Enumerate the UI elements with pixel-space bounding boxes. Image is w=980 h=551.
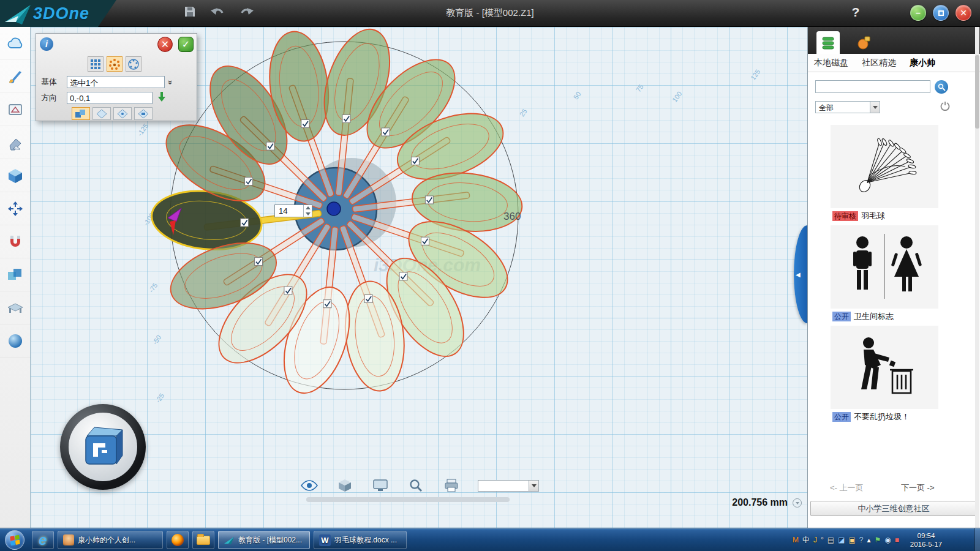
- panel-scrollbar[interactable]: [975, 27, 979, 528]
- refresh-button[interactable]: [940, 101, 951, 112]
- taskbar-ie-button[interactable]: e: [32, 531, 54, 549]
- combobox-arrow-icon[interactable]: [529, 481, 538, 491]
- print-button[interactable]: [442, 478, 461, 493]
- undo-button[interactable]: [209, 5, 225, 21]
- taskbar-browser-task[interactable]: 康小帅的个人创...: [58, 531, 163, 549]
- next-page-link[interactable]: 下一页 ->: [901, 482, 935, 493]
- taskbar-clock[interactable]: 09:54 2016-5-17: [904, 531, 948, 549]
- pattern-instance-checkbox[interactable]: [421, 237, 429, 245]
- expand-chevron[interactable]: »: [166, 80, 175, 84]
- view-preset-combobox[interactable]: [478, 480, 539, 492]
- pattern-instance-checkbox[interactable]: [382, 128, 390, 136]
- pattern-count-input[interactable]: 14: [274, 204, 312, 217]
- spinner-arrows[interactable]: [303, 205, 312, 217]
- pattern-instance-checkbox[interactable]: [241, 219, 249, 227]
- item-name[interactable]: 卫生间标志: [854, 311, 894, 322]
- pattern-instance-checkbox[interactable]: [425, 196, 433, 204]
- visibility-button[interactable]: [300, 478, 318, 493]
- magnet-tool[interactable]: [0, 225, 31, 258]
- filter-arrow-icon[interactable]: [870, 102, 880, 113]
- tray-icon[interactable]: °: [821, 536, 824, 544]
- taskbar-explorer-button[interactable]: [192, 531, 214, 549]
- cancel-button[interactable]: ✕: [157, 37, 173, 52]
- horizontal-scrollbar[interactable]: [306, 497, 510, 502]
- sketch-plane-tool[interactable]: [0, 93, 31, 126]
- move-tool[interactable]: [0, 192, 31, 225]
- minimize-button[interactable]: –: [910, 5, 926, 21]
- tab-local-disk[interactable]: 本地磁盘: [814, 58, 848, 69]
- cloud-display-tool[interactable]: [0, 27, 31, 60]
- scale-dropdown-icon[interactable]: [793, 498, 802, 508]
- material-sphere-tool[interactable]: [0, 324, 31, 358]
- sphere-pattern-button[interactable]: [126, 56, 141, 72]
- combine-tool[interactable]: [0, 258, 31, 291]
- item-name[interactable]: 不要乱扔垃圾！: [854, 411, 910, 422]
- pattern-option-1-button[interactable]: [72, 107, 90, 120]
- zoom-button[interactable]: [407, 478, 425, 493]
- taskbar-word-task[interactable]: W 羽毛球教程.docx ...: [314, 531, 407, 549]
- pattern-option-3-button[interactable]: [113, 107, 132, 120]
- save-button[interactable]: [184, 6, 196, 20]
- tray-icon[interactable]: ▣: [848, 536, 855, 544]
- library-tab-materials[interactable]: [852, 31, 875, 54]
- tray-icon[interactable]: ◉: [884, 536, 891, 544]
- confirm-button[interactable]: ✓: [178, 37, 194, 52]
- start-button[interactable]: [5, 530, 24, 550]
- view-cube[interactable]: [60, 404, 146, 490]
- pattern-instance-checkbox[interactable]: [255, 258, 263, 266]
- close-button[interactable]: ✕: [956, 5, 971, 21]
- pattern-instance-checkbox[interactable]: [342, 114, 350, 122]
- search-input[interactable]: [815, 80, 930, 93]
- taskbar-3done-task[interactable]: 教育版 - [模型002...: [218, 531, 310, 549]
- library-item-thumbnail[interactable]: [831, 225, 938, 309]
- center-sphere[interactable]: [327, 202, 341, 216]
- linear-pattern-button[interactable]: [88, 56, 104, 72]
- pattern-option-4-button[interactable]: [134, 107, 153, 120]
- library-item-thumbnail[interactable]: [831, 125, 938, 208]
- tray-icon[interactable]: ?: [859, 536, 864, 544]
- redo-button[interactable]: [239, 5, 255, 21]
- tab-community-featured[interactable]: 社区精选: [862, 58, 896, 69]
- taskbar-firefox-button[interactable]: [167, 531, 189, 549]
- pattern-instance-checkbox[interactable]: [284, 287, 292, 294]
- screen-view-button[interactable]: [371, 478, 390, 493]
- spinner-up-icon[interactable]: [304, 205, 312, 211]
- circular-pattern-button[interactable]: [107, 56, 123, 72]
- tray-icon[interactable]: J: [813, 536, 817, 544]
- maximize-button[interactable]: [933, 5, 949, 21]
- tray-icon[interactable]: 中: [802, 535, 810, 545]
- tray-icon[interactable]: ⚑: [875, 536, 881, 544]
- direction-arrow-icon[interactable]: [156, 91, 167, 105]
- tray-icon[interactable]: ▴: [867, 536, 870, 544]
- pattern-instance-checkbox[interactable]: [399, 272, 407, 280]
- modeling-canvas[interactable]: -125-100-75-50-25255075100125 i3DOne.com…: [31, 27, 807, 528]
- category-filter-select[interactable]: 全部: [815, 101, 880, 113]
- tray-icon[interactable]: ◪: [838, 536, 845, 544]
- pattern-instance-checkbox[interactable]: [323, 300, 331, 308]
- prev-page-link[interactable]: <- 上一页: [830, 482, 864, 493]
- base-input[interactable]: 选中1个: [67, 76, 165, 88]
- view-cube-face[interactable]: [77, 421, 129, 473]
- scrollbar-thumb[interactable]: [975, 55, 979, 129]
- info-icon[interactable]: i: [40, 37, 53, 51]
- eraser-tool[interactable]: [0, 126, 31, 159]
- community-link-button[interactable]: 中小学三维创意社区: [810, 501, 977, 516]
- pattern-option-2-button[interactable]: [92, 107, 111, 120]
- workbench-tool[interactable]: [0, 291, 31, 324]
- tray-icon[interactable]: ▤: [827, 536, 834, 544]
- display-mode-button[interactable]: [336, 478, 354, 493]
- item-name[interactable]: 羽毛球: [861, 211, 885, 222]
- library-tab-models[interactable]: [816, 31, 840, 54]
- direction-input[interactable]: 0,-0,1: [67, 92, 153, 104]
- paint-tool[interactable]: [0, 60, 31, 93]
- tray-icon[interactable]: ■: [895, 536, 899, 544]
- help-button[interactable]: ?: [848, 5, 864, 20]
- pattern-instance-checkbox[interactable]: [301, 120, 309, 128]
- show-desktop-button[interactable]: [974, 528, 980, 551]
- pattern-instance-checkbox[interactable]: [411, 157, 419, 165]
- tray-icon[interactable]: M: [793, 536, 799, 544]
- pattern-instance-checkbox[interactable]: [364, 294, 372, 302]
- pattern-instance-checkbox[interactable]: [245, 178, 253, 186]
- solid-feature-tool[interactable]: [0, 159, 31, 192]
- library-item-thumbnail[interactable]: [831, 326, 938, 409]
